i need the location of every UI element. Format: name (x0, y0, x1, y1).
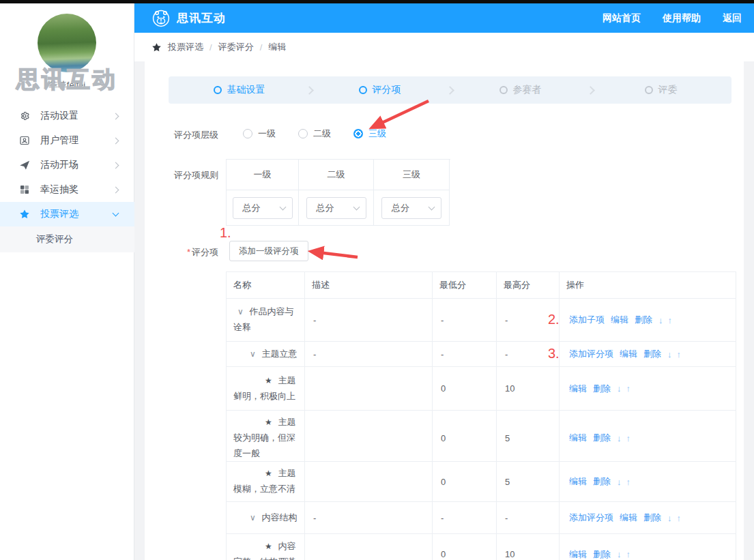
app-header: 思讯互动 网站首页使用帮助返回 (134, 3, 754, 33)
chevron-right-icon (113, 186, 119, 193)
max-score-cell: 5 (497, 462, 560, 501)
op-link-删除[interactable]: 删除 (643, 348, 661, 360)
move-down-icon[interactable]: ↓ (658, 315, 663, 325)
table-row: ★ 主题模糊，立意不清05编辑删除↓↑ (227, 462, 736, 502)
wizard-step-基础设置[interactable]: 基础设置 (169, 84, 310, 96)
nav-link-使用帮助[interactable]: 使用帮助 (663, 12, 701, 25)
name-cell: ★ 主题较为明确，但深度一般 (227, 411, 305, 465)
wizard-step-参赛者[interactable]: 参赛者 (450, 84, 591, 96)
move-up-icon[interactable]: ↑ (668, 315, 673, 325)
brand[interactable]: 思讯互动 (151, 9, 226, 28)
op-link-添加评分项[interactable]: 添加评分项 (569, 512, 613, 524)
move-down-icon[interactable]: ↓ (667, 349, 672, 359)
move-down-icon[interactable]: ↓ (617, 549, 622, 559)
nav-link-返回[interactable]: 返回 (723, 12, 742, 25)
op-link-删除[interactable]: 删除 (593, 475, 611, 488)
chevron-down-icon (429, 203, 435, 210)
op-link-编辑[interactable]: 编辑 (569, 548, 587, 560)
select-value: 总分 (317, 202, 354, 214)
sidebar-item-label: 投票评选 (40, 208, 78, 220)
move-up-icon[interactable]: ↑ (626, 477, 631, 487)
move-up-icon[interactable]: ↑ (626, 433, 631, 443)
breadcrumb-item-投票评选[interactable]: 投票评选 (168, 41, 203, 53)
op-link-编辑[interactable]: 编辑 (620, 512, 637, 524)
column-header-操作: 操作 (560, 272, 736, 298)
op-link-删除[interactable]: 删除 (593, 548, 611, 560)
item-name: ★ 主题鲜明，积极向上 (233, 373, 298, 404)
operations-cell: 编辑删除↓↑ (560, 534, 736, 560)
move-up-icon[interactable]: ↑ (626, 549, 631, 559)
radio-circle-icon (353, 129, 363, 138)
step-label: 参赛者 (513, 84, 542, 96)
sidebar-item-活动开场[interactable]: 活动开场 (0, 153, 134, 177)
chevron-right-icon (113, 162, 119, 168)
annotation-number-1: 1. (220, 225, 231, 241)
radio-label: 一级 (258, 128, 276, 140)
min-score-cell: - (433, 502, 497, 533)
chevron-down-icon[interactable]: ∨ (250, 349, 256, 359)
move-down-icon[interactable]: ↓ (667, 513, 672, 523)
op-link-编辑[interactable]: 编辑 (620, 348, 637, 360)
rules-col-header-二级: 二级 (299, 160, 374, 190)
chevron-down-icon (353, 203, 360, 210)
gear-icon (19, 110, 31, 122)
operations-cell: 添加子项编辑删除↓↑ (560, 299, 736, 341)
wizard-step-评委[interactable]: 评委 (590, 84, 731, 96)
chevron-down-icon[interactable]: ∨ (237, 307, 244, 316)
sidebar-subitem-评委评分[interactable]: 评委评分 (0, 226, 134, 252)
top-black-bar (0, 0, 754, 3)
op-link-编辑[interactable]: 编辑 (569, 432, 587, 444)
radio-三级[interactable]: 三级 (353, 128, 386, 140)
breadcrumb-separator: / (209, 42, 212, 53)
sidebar-item-投票评选[interactable]: 投票评选 (0, 202, 134, 226)
scoring-items-table: 名称描述最低分最高分操作∨ 作品内容与诠释---添加子项编辑删除↓↑2.∨ 主题… (226, 271, 736, 560)
sidebar-item-幸运抽奖[interactable]: 幸运抽奖 (0, 177, 134, 202)
wizard-step-评分项[interactable]: 评分项 (309, 84, 450, 96)
op-link-删除[interactable]: 删除 (593, 432, 611, 444)
move-up-icon[interactable]: ↑ (626, 383, 631, 394)
op-link-编辑[interactable]: 编辑 (569, 475, 587, 488)
score-type-select-三级[interactable]: 总分 (381, 197, 441, 219)
annotation-number: 2. (548, 312, 560, 327)
move-down-icon[interactable]: ↓ (617, 383, 622, 394)
name-cell: ∨ 主题立意 (227, 342, 305, 366)
op-link-添加评分项[interactable]: 添加评分项 (569, 348, 613, 360)
nav-link-网站首页[interactable]: 网站首页 (603, 12, 641, 25)
sidebar-item-活动设置[interactable]: 活动设置 (0, 104, 134, 128)
min-score-cell: 0 (433, 462, 497, 501)
sidebar-item-用户管理[interactable]: 用户管理 (0, 128, 134, 153)
op-link-删除[interactable]: 删除 (643, 512, 661, 524)
op-link-编辑[interactable]: 编辑 (611, 314, 628, 326)
watermark-text: 思讯互动 (16, 64, 117, 95)
move-down-icon[interactable]: ↓ (617, 433, 622, 443)
radio-一级[interactable]: 一级 (243, 128, 276, 140)
star-icon (19, 209, 31, 220)
wizard-steps: 基础设置评分项参赛者评委 (169, 76, 731, 104)
name-cell: ∨ 作品内容与诠释 (227, 299, 305, 341)
name-cell: ★ 主题鲜明，积极向上 (227, 367, 305, 410)
min-score-cell: - (433, 342, 497, 366)
op-link-删除[interactable]: 删除 (635, 314, 652, 326)
bear-logo-icon (151, 9, 171, 28)
move-up-icon[interactable]: ↑ (677, 349, 682, 359)
op-link-删除[interactable]: 删除 (593, 383, 611, 395)
move-down-icon[interactable]: ↓ (617, 477, 622, 487)
user-icon (19, 135, 31, 147)
add-level1-item-button[interactable]: 添加一级评分项 (229, 241, 308, 261)
breadcrumb-item-评委评分[interactable]: 评委评分 (218, 41, 254, 53)
chevron-right-icon (113, 137, 119, 144)
item-name: ∨ 内容结构 (233, 510, 297, 526)
move-up-icon[interactable]: ↑ (677, 513, 682, 523)
radio-二级[interactable]: 二级 (298, 128, 331, 140)
column-header-最低分: 最低分 (433, 272, 497, 298)
chevron-down-icon[interactable]: ∨ (250, 513, 256, 522)
score-type-select-一级[interactable]: 总分 (233, 197, 293, 219)
items-label: *评分项 (169, 246, 218, 259)
op-link-添加子项[interactable]: 添加子项 (569, 314, 605, 326)
op-link-编辑[interactable]: 编辑 (569, 383, 587, 395)
score-type-select-二级[interactable]: 总分 (306, 197, 366, 219)
max-score-cell: 5 (497, 411, 560, 465)
operations-cell: 编辑删除↓↑ (560, 462, 736, 501)
breadcrumb-item-编辑[interactable]: 编辑 (268, 41, 286, 53)
sidebar: 菲菲feifei 思讯互动 活动设置用户管理活动开场幸运抽奖投票评选评委评分 (0, 0, 134, 560)
